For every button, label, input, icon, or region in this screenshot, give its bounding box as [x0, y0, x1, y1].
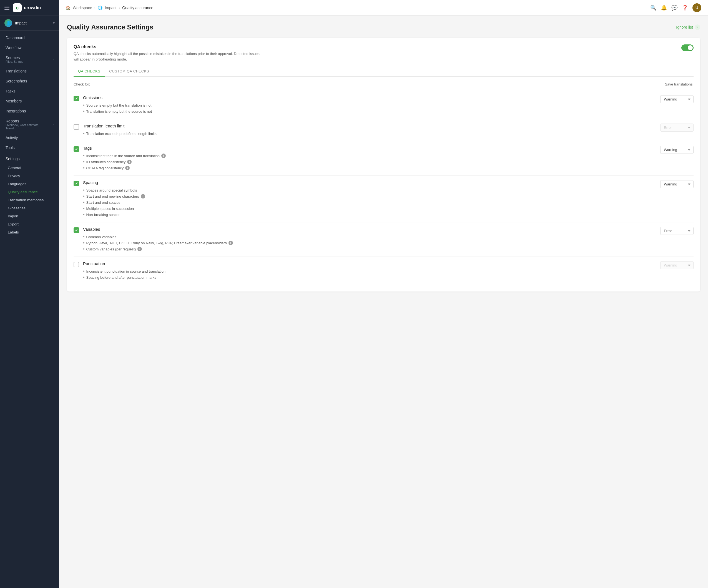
- translation-length-items: Translation exceeds predefined length li…: [83, 130, 656, 137]
- sidebar-item-dashboard[interactable]: Dashboard: [0, 33, 59, 43]
- project-name-label: Impact: [15, 21, 50, 25]
- variables-checkbox-wrapper: [73, 227, 79, 233]
- omissions-checkbox[interactable]: [73, 96, 79, 101]
- help-icon[interactable]: ❓: [682, 5, 688, 11]
- list-item: Translation exceeds predefined length li…: [83, 130, 656, 137]
- sidebar-item-sources[interactable]: Sources Files, Strings ›: [0, 53, 59, 66]
- info-icon[interactable]: i: [127, 159, 131, 164]
- breadcrumb-workspace[interactable]: Workspace: [73, 5, 92, 10]
- sidebar-item-sublabel: Overview, Cost estimate, Transl...: [5, 123, 49, 130]
- spacing-checkbox-wrapper: [73, 181, 79, 186]
- list-item: Non-breaking spaces: [83, 211, 656, 218]
- search-icon[interactable]: 🔍: [650, 5, 656, 11]
- breadcrumb-home-icon[interactable]: 🏠: [66, 5, 70, 10]
- sidebar-item-workflow[interactable]: Workflow: [0, 43, 59, 53]
- punctuation-checkbox-wrapper: [73, 262, 79, 267]
- sidebar-item-settings[interactable]: Settings: [0, 154, 59, 164]
- sidebar-settings-glossaries[interactable]: Glossaries: [0, 204, 59, 212]
- sidebar-item-tasks[interactable]: Tasks: [0, 86, 59, 96]
- qa-title: QA checks: [73, 45, 262, 50]
- content-area: Quality Assurance Settings Ignore list 3…: [59, 16, 708, 588]
- qa-card-header: QA checks QA checks automatically highli…: [73, 45, 694, 62]
- messages-icon[interactable]: 💬: [671, 5, 677, 11]
- sidebar-item-label: Translations: [5, 69, 27, 73]
- tags-checkbox[interactable]: [73, 146, 79, 152]
- translation-length-checkbox[interactable]: [73, 124, 79, 130]
- list-item: Start and end newline characters i: [83, 193, 656, 199]
- sidebar-settings-export[interactable]: Export: [0, 220, 59, 228]
- list-item: Inconsistent punctuation in source and t…: [83, 268, 656, 274]
- sidebar-item-label: Sources: [5, 56, 49, 60]
- sidebar-settings-quality-assurance[interactable]: Quality assurance: [0, 188, 59, 196]
- list-item: Spaces around special symbols: [83, 187, 656, 193]
- list-item: Source is empty but the translation is n…: [83, 102, 656, 108]
- tags-severity-select[interactable]: Warning Error: [660, 146, 694, 154]
- variables-severity-select[interactable]: Error Warning: [660, 227, 694, 235]
- project-selector[interactable]: 🌐 Impact ▾: [0, 16, 59, 31]
- sidebar-item-members[interactable]: Members: [0, 96, 59, 106]
- sidebar-settings-translation-memories[interactable]: Translation memories: [0, 196, 59, 204]
- qa-card-info: QA checks QA checks automatically highli…: [73, 45, 262, 62]
- sidebar-item-label: Workflow: [5, 46, 21, 50]
- check-for-label: Check for:: [73, 82, 90, 86]
- save-translations-label: Save translations:: [665, 82, 694, 86]
- user-avatar[interactable]: U: [692, 3, 701, 12]
- info-icon[interactable]: i: [229, 241, 233, 245]
- info-icon[interactable]: i: [125, 166, 130, 170]
- sidebar-item-screenshots[interactable]: Screenshots: [0, 76, 59, 86]
- omissions-items: Source is empty but the translation is n…: [83, 102, 656, 114]
- sidebar-item-integrations[interactable]: Integrations: [0, 106, 59, 116]
- list-item: Python, Java, .NET, C/C++, Ruby on Rails…: [83, 240, 656, 246]
- breadcrumb-sep-2: ›: [119, 5, 120, 10]
- tags-items: Inconsistent tags in the source and tran…: [83, 153, 656, 171]
- breadcrumb-sep-1: ›: [94, 5, 96, 10]
- spacing-severity-select[interactable]: Warning Error: [660, 180, 694, 188]
- breadcrumb-project-icon: 🌐: [98, 5, 102, 10]
- translation-length-content: Translation length limit Translation exc…: [83, 123, 656, 137]
- sidebar-settings-languages[interactable]: Languages: [0, 180, 59, 188]
- hamburger-menu-icon[interactable]: [4, 6, 9, 10]
- page-header: Quality Assurance Settings Ignore list 3: [67, 23, 700, 31]
- sidebar-item-tools[interactable]: Tools: [0, 143, 59, 153]
- info-icon[interactable]: i: [138, 247, 142, 251]
- sidebar-header: c crowdin: [0, 0, 59, 16]
- breadcrumb-project[interactable]: Impact: [105, 5, 116, 10]
- translation-length-severity-select[interactable]: Error Warning: [660, 123, 694, 131]
- notifications-icon[interactable]: 🔔: [661, 5, 667, 11]
- info-icon[interactable]: i: [161, 153, 166, 158]
- tab-custom-qa-checks[interactable]: CUSTOM QA CHECKS: [105, 66, 153, 77]
- qa-toggle[interactable]: [681, 45, 694, 51]
- sidebar-settings-privacy[interactable]: Privacy: [0, 172, 59, 180]
- sidebar-item-label: Tasks: [5, 89, 16, 93]
- punctuation-checkbox[interactable]: [73, 262, 79, 267]
- check-row-spacing: Spacing Spaces around special symbols St…: [73, 176, 694, 223]
- sidebar-settings-general[interactable]: General: [0, 164, 59, 172]
- list-item: CDATA tag consistency i: [83, 165, 656, 171]
- list-item: Multiple spaces in succession: [83, 205, 656, 211]
- sidebar-settings-labels[interactable]: Labels: [0, 228, 59, 236]
- chevron-right-icon: ›: [53, 58, 54, 61]
- sidebar-item-translations[interactable]: Translations: [0, 66, 59, 76]
- omissions-severity-select[interactable]: Warning Error: [660, 95, 694, 103]
- variables-checkbox[interactable]: [73, 227, 79, 233]
- punctuation-severity-select[interactable]: Warning Error: [660, 261, 694, 269]
- sidebar-settings-import[interactable]: Import: [0, 212, 59, 220]
- info-icon[interactable]: i: [141, 194, 145, 199]
- chevron-right-icon: ›: [53, 123, 54, 126]
- tab-qa-checks[interactable]: QA CHECKS: [73, 66, 105, 77]
- tags-select-wrapper: Warning Error: [660, 146, 694, 154]
- spacing-checkbox[interactable]: [73, 181, 79, 186]
- ignore-list-link[interactable]: Ignore list 3: [676, 24, 700, 30]
- tags-title: Tags: [83, 146, 656, 150]
- page-title: Quality Assurance Settings: [67, 23, 153, 31]
- sidebar-item-reports[interactable]: Reports Overview, Cost estimate, Transl.…: [0, 116, 59, 133]
- sidebar-nav: Dashboard Workflow Sources Files, String…: [0, 31, 59, 588]
- omissions-checkbox-wrapper: [73, 96, 79, 101]
- sidebar-item-activity[interactable]: Activity: [0, 133, 59, 143]
- list-item: ID attributes consistency i: [83, 159, 656, 165]
- variables-title: Variables: [83, 227, 656, 232]
- qa-toggle-slider: [681, 45, 694, 51]
- sidebar-item-label: Tools: [5, 145, 15, 150]
- chevron-down-icon: ▾: [53, 21, 55, 25]
- main-area: 🏠 Workspace › 🌐 Impact › Quality assuran…: [59, 0, 708, 588]
